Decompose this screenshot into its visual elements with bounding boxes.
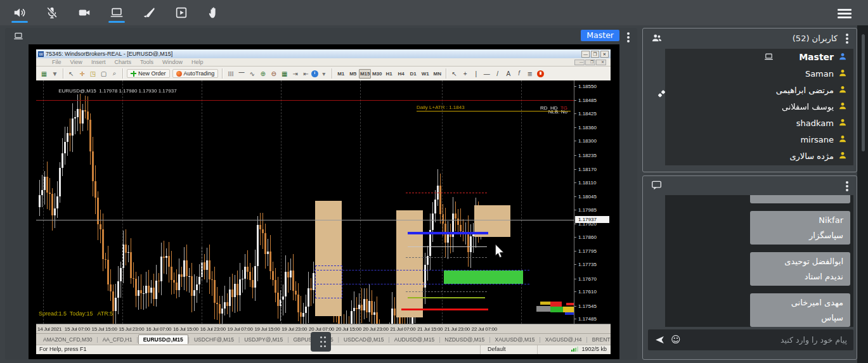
- timeframe-h4[interactable]: H4: [395, 69, 407, 79]
- menu-icon[interactable]: [838, 7, 852, 18]
- price-label: 1.18425: [578, 111, 597, 117]
- shift-end-icon[interactable]: ⇥: [290, 69, 300, 79]
- user-name: Saman: [805, 69, 834, 79]
- timeframe-w1[interactable]: W1: [419, 69, 431, 79]
- share-control-handle[interactable]: [311, 332, 331, 352]
- symbol-tab[interactable]: USDCHF@,M15: [190, 335, 238, 344]
- user-row[interactable]: shadkam: [665, 115, 853, 131]
- symbol-tab[interactable]: BRENTCASH,M15: [588, 335, 611, 344]
- symbol-tab[interactable]: XAUUSD@,M15: [491, 335, 540, 344]
- screen-share-icon[interactable]: [106, 2, 127, 23]
- autotrading-button[interactable]: AutoTrading: [172, 69, 219, 78]
- tile-windows-icon[interactable]: ▦: [280, 69, 289, 79]
- menu-item-view[interactable]: View: [66, 59, 87, 65]
- trendline-tool-icon[interactable]: /: [493, 69, 502, 79]
- crosshair-icon[interactable]: ✛: [77, 69, 87, 79]
- indicator-line: [408, 246, 487, 247]
- user-row[interactable]: مرتضی ابراهیمی: [665, 82, 853, 98]
- time-label: 16 Jul 07:00: [146, 326, 171, 332]
- search-icon[interactable]: ⌕: [110, 69, 119, 79]
- status-profile[interactable]: Default: [488, 346, 506, 352]
- broker-logo-icon: W: [38, 51, 44, 57]
- symbol-tab[interactable]: XAGUSD@,H4: [541, 335, 586, 344]
- crosshair-tool-icon[interactable]: +: [460, 69, 470, 79]
- cursor-tool-icon[interactable]: ↖: [450, 69, 459, 79]
- new-chart-icon[interactable]: ▦: [39, 69, 49, 79]
- new-order-button[interactable]: New Order: [127, 69, 170, 78]
- symbol-tab[interactable]: USDCAD@,M15: [339, 335, 388, 344]
- timeframe-m1[interactable]: M1: [335, 69, 347, 79]
- hline-tool-icon[interactable]: —: [482, 69, 491, 79]
- symbol-tab[interactable]: AA_CFD,H1: [98, 335, 137, 344]
- timeframe-m5[interactable]: M5: [347, 69, 359, 79]
- speaker-icon[interactable]: [9, 2, 30, 23]
- scrollbar-thumb[interactable]: [862, 34, 865, 151]
- text-tool-icon[interactable]: A: [503, 69, 513, 79]
- users-menu-icon[interactable]: [846, 37, 848, 40]
- price-label: 1.18170: [578, 167, 597, 172]
- timeframe-h1[interactable]: H1: [383, 69, 395, 79]
- symbol-tab[interactable]: NZDUSD@,M15: [440, 335, 489, 344]
- minimize-button[interactable]: —: [581, 51, 590, 58]
- restore-button[interactable]: ❐: [591, 51, 599, 58]
- chat-menu-icon[interactable]: [846, 185, 848, 188]
- send-icon[interactable]: [654, 334, 665, 348]
- indicators-icon[interactable]: 𝑓: [514, 69, 524, 79]
- user-row[interactable]: Saman: [665, 65, 853, 82]
- user-name: Master: [799, 52, 834, 62]
- zoom-out-icon[interactable]: ⊖: [269, 69, 278, 79]
- timeframe-m30[interactable]: M30: [371, 69, 383, 79]
- symbol-tab[interactable]: AMAZON_CFD,M30: [39, 335, 96, 344]
- price-level-line: [36, 220, 574, 220]
- chart-dropdown-icon[interactable]: ▼: [50, 69, 60, 79]
- child-window-button[interactable]: —: [574, 60, 585, 65]
- zoom-in-icon[interactable]: ⊕: [258, 69, 268, 79]
- symbol-tab[interactable]: AUDUSD@,M15: [390, 335, 439, 344]
- brush-icon[interactable]: [138, 2, 160, 23]
- bar-chart-icon[interactable]: 𝍖: [226, 69, 235, 79]
- window-icon[interactable]: ▢: [99, 69, 108, 79]
- menu-item-window[interactable]: Window: [158, 59, 187, 65]
- candle-chart-icon[interactable]: 𝍠: [236, 69, 246, 79]
- timeframe-m15[interactable]: M15: [359, 69, 371, 79]
- menu-item-tools[interactable]: Tools: [136, 59, 158, 65]
- price-chart[interactable]: EURUSD@,M15 1.17978 1.17980 1.17930 1.17…: [36, 80, 574, 324]
- price-tick: [574, 100, 576, 101]
- arrow-icon[interactable]: ↖: [67, 69, 76, 79]
- menu-item-charts[interactable]: Charts: [110, 59, 136, 65]
- child-window-button[interactable]: ❐: [585, 60, 595, 65]
- menu-item-file[interactable]: File: [48, 59, 66, 65]
- symbol-tab[interactable]: EURUSD@,M15: [138, 334, 188, 344]
- menu-item-help[interactable]: Help: [187, 59, 208, 65]
- price-label: 1.18110: [578, 180, 596, 186]
- raise-hand-icon[interactable]: [203, 2, 224, 23]
- user-row[interactable]: mirsane: [665, 131, 853, 148]
- symbol-tab[interactable]: USDJPY@,M15: [240, 335, 287, 344]
- timeframe-mn[interactable]: MN: [431, 69, 443, 79]
- notification-badge-icon[interactable]: [537, 70, 544, 77]
- chat-message-input[interactable]: [695, 329, 853, 350]
- auto-scroll-icon[interactable]: ⇤: [301, 69, 311, 79]
- periods-icon[interactable]: [311, 70, 318, 77]
- price-tick: [574, 319, 576, 319]
- person-icon: [838, 68, 847, 79]
- timeframe-d1[interactable]: D1: [407, 69, 419, 79]
- microphone-muted-icon[interactable]: [41, 2, 63, 23]
- objects-icon[interactable]: ≣: [525, 69, 534, 79]
- camera-icon[interactable]: [74, 2, 95, 23]
- media-play-icon[interactable]: [171, 2, 192, 23]
- folder-icon[interactable]: ◳: [88, 69, 98, 79]
- spread-info-label: Spread:1.5 Today:15 ATR:5: [39, 310, 113, 317]
- close-button[interactable]: ✕: [600, 51, 609, 58]
- child-window-button[interactable]: ✕: [596, 60, 606, 65]
- vline-tool-icon[interactable]: |: [471, 69, 481, 79]
- menu-item-insert[interactable]: Insert: [87, 59, 110, 65]
- user-row[interactable]: یوسف اسفلانی: [665, 98, 853, 115]
- user-row[interactable]: Master: [665, 49, 853, 65]
- line-chart-icon[interactable]: ∿: [247, 69, 257, 79]
- user-row[interactable]: مژده سالاری: [665, 148, 853, 164]
- message-text: سپاسگزار: [757, 231, 843, 240]
- periods-dropdown-icon[interactable]: ▾: [319, 69, 328, 79]
- stage-menu-icon[interactable]: [627, 36, 630, 39]
- emoji-icon[interactable]: ☺: [671, 334, 681, 345]
